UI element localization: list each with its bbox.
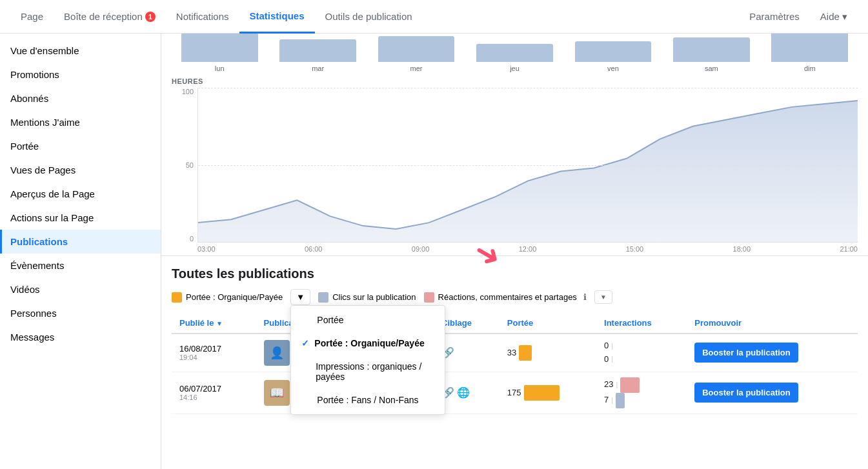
x-label-06: 06:00 [305, 245, 323, 253]
table-row: 06/07/2017 14:16 📖 #longtimenosee 6 livr… [172, 372, 858, 414]
day-col-lun: lun [172, 34, 267, 72]
th-publie-le[interactable]: Publié le ▼ [172, 313, 256, 334]
dropdown-item-portee-organique[interactable]: ✓ Portée : Organique/Payée [291, 332, 445, 355]
dropdown-btn-arrow: ▼ [296, 292, 305, 302]
day-col-mar: mar [270, 39, 365, 72]
row2-int-b-val: 7 [604, 394, 609, 407]
chart-wrapper: 100 50 0 [172, 88, 858, 255]
row2-int-b: 7 | [604, 393, 679, 408]
portee-dropdown-container: ▼ Portée ✓ Portée : Organique/Payée [290, 289, 310, 305]
nav-outils[interactable]: Outils de publication [315, 0, 423, 34]
x-axis-hours: 03:00 06:00 09:00 12:00 15:00 18:00 21:0… [197, 243, 858, 255]
day-col-sam: sam [663, 37, 759, 72]
portee-dropdown-menu: Portée ✓ Portée : Organique/Payée Impres… [290, 305, 445, 415]
nav-page[interactable]: Page [10, 0, 54, 34]
sidebar-item-messages[interactable]: Messages [0, 325, 161, 349]
sidebar-item-apercus-page[interactable]: Aperçus de la Page [0, 182, 161, 206]
day-label-jeu: jeu [510, 65, 520, 72]
th-interactions: Interactions [596, 313, 687, 334]
legend-portee-label: Portée : Organique/Payée [186, 292, 283, 302]
legend-color-blue [318, 292, 328, 303]
row2-portee-value: 175 [507, 388, 521, 397]
day-label-sam: sam [705, 65, 718, 72]
row2-orange-bar [524, 385, 560, 401]
gridline-top [198, 88, 858, 88]
chart-section: lun mar mer jeu ven [161, 34, 868, 256]
row2-time: 14:16 [179, 394, 248, 401]
reactions-dropdown-btn[interactable]: ▼ [594, 290, 612, 304]
sidebar-item-actions-page[interactable]: Actions sur la Page [0, 206, 161, 230]
sidebar-item-publications[interactable]: Publications [0, 230, 161, 254]
table-body: 16/08/2017 19:04 👤 B... E... [172, 334, 858, 414]
nav-notifications[interactable]: Notifications [166, 0, 239, 34]
row1-boost-button[interactable]: Booster la publication [694, 343, 798, 363]
day-bar-ven [575, 41, 652, 62]
sidebar-item-personnes[interactable]: Personnes [0, 301, 161, 325]
dropdown-item-fans[interactable]: Portée : Fans / Non-Fans [291, 388, 445, 412]
sidebar-item-videos[interactable]: Vidéos [0, 277, 161, 301]
row1-portee-bar: 33 [507, 345, 589, 361]
nav-statistiques[interactable]: Statistiques [239, 0, 315, 34]
row2-promouvoir-cell: Booster la publication [687, 372, 858, 414]
sidebar-item-portee[interactable]: Portée [0, 134, 161, 158]
row1-int-a: 0 | [604, 339, 679, 353]
sidebar-item-promotions[interactable]: Promotions [0, 63, 161, 86]
portee-dropdown-btn[interactable]: ▼ [290, 289, 310, 305]
nav-aide[interactable]: Aide ▾ [810, 0, 858, 34]
day-bar-mer [378, 36, 455, 62]
y-label-50: 50 [186, 161, 194, 169]
row2-thumb-inner: 📖 [264, 380, 290, 406]
row2-blue-bar [616, 393, 625, 408]
dropdown-item-portee-label: Portée [317, 315, 343, 325]
row2-portee-bar: 175 [507, 385, 589, 401]
top-navigation: Page Boîte de réception 1 Notifications … [0, 0, 868, 34]
day-label-ven: ven [607, 65, 619, 72]
day-bar-sam [673, 37, 750, 62]
nav-parametres[interactable]: Paramètres [739, 0, 810, 34]
dropdown-item-impressions[interactable]: Impressions : organiques / payées [291, 355, 445, 388]
row2-pink-bar [620, 377, 640, 393]
row1-time: 19:04 [179, 354, 248, 361]
row2-portee-cell: 175 [500, 372, 596, 414]
day-label-lun: lun [215, 65, 225, 72]
sidebar-item-vues-pages[interactable]: Vues de Pages [0, 158, 161, 182]
sidebar-item-abonnes[interactable]: Abonnés [0, 86, 161, 110]
x-label-03: 03:00 [197, 245, 216, 253]
filter-bar: Portée : Organique/Payée ▼ Portée ✓ [172, 289, 858, 305]
sidebar-item-evenements[interactable]: Évènements [0, 254, 161, 277]
day-bar-jeu [476, 44, 553, 62]
hours-section: HEURES 100 50 0 [161, 72, 868, 255]
section-title: Toutes les publications [172, 266, 858, 281]
x-label-12: 12:00 [519, 245, 537, 253]
row2-boost-button[interactable]: Booster la publication [694, 383, 798, 403]
day-label-dim: dim [804, 65, 816, 72]
row2-int-a-sep: | [616, 379, 618, 391]
legend-reactions: Réactions, commentaires et partages ℹ [424, 292, 587, 303]
sort-icon: ▼ [216, 320, 223, 327]
day-col-dim: dim [762, 34, 858, 72]
legend-portee: Portée : Organique/Payée [172, 292, 283, 303]
table-row: 16/08/2017 19:04 👤 B... E... [172, 334, 858, 372]
hours-chart [197, 88, 858, 243]
sidebar-item-mentions-jaime[interactable]: Mentions J'aime [0, 110, 161, 134]
x-label-21: 21:00 [840, 245, 858, 253]
dropdown-item-impressions-label: Impressions : organiques / payées [316, 361, 434, 382]
dropdown-item-portee[interactable]: Portée [291, 308, 445, 332]
row2-date: 06/07/2017 [179, 384, 248, 394]
reactions-dropdown-arrow: ▼ [600, 294, 607, 301]
row1-date: 16/08/2017 [179, 344, 248, 354]
legend-color-orange [172, 292, 182, 303]
day-bar-lun [181, 34, 258, 62]
th-portee: Portée [500, 313, 596, 334]
check-selected: ✓ [301, 338, 309, 348]
row2-thumb: 📖 [264, 380, 290, 406]
row2-globe-icon: 🌐 [457, 387, 470, 398]
nav-inbox[interactable]: Boîte de réception 1 [54, 0, 166, 34]
info-icon[interactable]: ℹ [583, 292, 587, 302]
gridline-mid [198, 165, 858, 166]
row1-interactions-cell: 0 | 0 | [596, 334, 687, 372]
day-bar-dim [771, 34, 848, 62]
day-bar-mar [279, 39, 356, 62]
sidebar-item-vue-ensemble[interactable]: Vue d'ensemble [0, 39, 161, 63]
row2-int-a-val: 23 [604, 378, 613, 392]
